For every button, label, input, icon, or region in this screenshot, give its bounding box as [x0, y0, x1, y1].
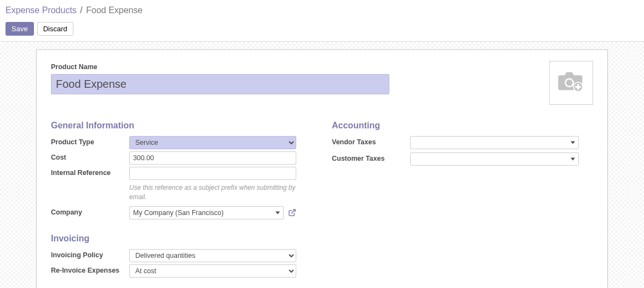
action-bar: Save Discard	[0, 20, 644, 41]
breadcrumb: Expense Products / Food Expense	[0, 0, 644, 20]
internal-reference-input[interactable]	[129, 167, 296, 180]
company-value: My Company (San Francisco)	[133, 209, 223, 217]
customer-taxes-label: Customer Taxes	[332, 153, 410, 162]
general-information-title: General Information	[51, 121, 312, 131]
invoicing-section: Invoicing Invoicing Policy Delivered qua…	[51, 234, 312, 278]
general-information-section: General Information Product Type Service…	[51, 121, 312, 280]
cost-label: Cost	[51, 151, 129, 161]
invoicing-policy-select[interactable]: Delivered quantities	[129, 249, 296, 262]
reinvoice-expenses-label: Re-Invoice Expenses	[51, 264, 129, 274]
save-button[interactable]: Save	[5, 22, 34, 36]
vendor-taxes-select[interactable]	[410, 136, 579, 149]
vendor-taxes-label: Vendor Taxes	[332, 136, 410, 146]
page-background: Product Name General Information Product…	[0, 42, 644, 288]
breadcrumb-separator: /	[80, 5, 82, 15]
company-label: Company	[51, 206, 129, 216]
product-name-label: Product Name	[51, 63, 593, 71]
product-type-label: Product Type	[51, 136, 129, 146]
svg-rect-5	[576, 86, 581, 87]
form-sheet: Product Name General Information Product…	[36, 49, 608, 288]
internal-reference-help: Use this reference as a subject prefix w…	[51, 183, 296, 202]
discard-button[interactable]: Discard	[37, 22, 73, 36]
form-columns: General Information Product Type Service…	[51, 121, 593, 280]
invoicing-title: Invoicing	[51, 234, 312, 244]
external-link-icon[interactable]	[288, 208, 296, 217]
accounting-title: Accounting	[332, 121, 593, 131]
svg-line-6	[291, 210, 295, 213]
product-type-select[interactable]: Service	[129, 136, 296, 149]
company-select[interactable]: My Company (San Francisco)	[129, 206, 284, 219]
reinvoice-expenses-select[interactable]: At cost	[129, 264, 296, 278]
breadcrumb-parent[interactable]: Expense Products	[5, 5, 77, 15]
customer-taxes-select[interactable]	[410, 153, 579, 166]
chevron-down-icon	[275, 211, 280, 214]
product-name-input[interactable]	[51, 74, 389, 94]
svg-point-1	[566, 79, 573, 86]
accounting-section: Accounting Vendor Taxes Customer Taxes	[332, 121, 593, 280]
breadcrumb-current: Food Expense	[86, 5, 142, 15]
chevron-down-icon	[571, 158, 575, 161]
internal-reference-label: Internal Reference	[51, 167, 129, 177]
invoicing-policy-label: Invoicing Policy	[51, 249, 129, 259]
chevron-down-icon	[571, 142, 575, 144]
product-image-upload[interactable]	[549, 61, 593, 105]
camera-add-icon	[556, 70, 586, 96]
cost-input[interactable]	[129, 151, 296, 165]
